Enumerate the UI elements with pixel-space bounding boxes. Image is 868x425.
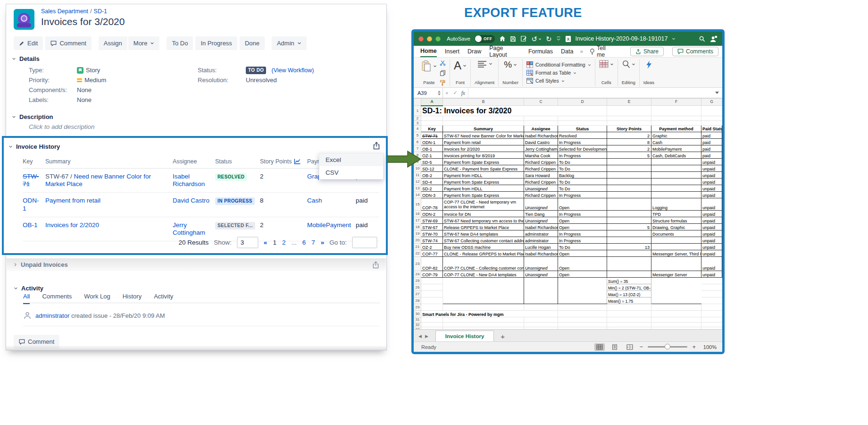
row-header-22[interactable]: 22 [414, 250, 421, 257]
data-cell[interactable]: unpaid [701, 192, 722, 198]
row-header-24[interactable]: 24 [414, 271, 421, 278]
data-cell[interactable]: 5 [607, 152, 651, 159]
empty-cell[interactable] [443, 284, 524, 291]
row-header-11[interactable]: 11 [414, 172, 421, 178]
empty-cell[interactable] [558, 311, 607, 317]
data-cell[interactable]: Invoice for DN [443, 211, 524, 217]
data-cell[interactable]: Open [558, 198, 607, 211]
data-cell[interactable]: Payment from Spate Express [443, 178, 524, 185]
empty-cell[interactable] [651, 291, 701, 298]
chevron-down-icon[interactable] [672, 37, 676, 41]
maximize-window-button[interactable] [435, 36, 441, 42]
data-cell[interactable] [651, 165, 701, 172]
empty-cell[interactable] [524, 317, 558, 322]
data-cell[interactable]: To Do [558, 244, 607, 250]
undo-button[interactable]: ↺ [531, 35, 542, 42]
data-cell[interactable]: COP-77 [421, 250, 443, 257]
empty-cell[interactable] [443, 291, 524, 298]
empty-cell[interactable] [421, 284, 443, 291]
data-cell[interactable]: 8 [607, 139, 651, 145]
data-cell[interactable]: Payment from retail [443, 139, 524, 145]
data-cell[interactable]: Payment from HDLL [443, 172, 524, 178]
empty-cell[interactable] [558, 322, 607, 327]
empty-cell[interactable] [421, 278, 443, 284]
empty-cell[interactable] [421, 116, 443, 121]
empty-cell[interactable] [701, 317, 722, 322]
page-break-view-button[interactable] [625, 343, 635, 351]
data-cell[interactable] [607, 198, 651, 211]
empty-cell[interactable] [701, 121, 722, 126]
formula-bar-expand-icon[interactable] [715, 92, 719, 94]
data-cell[interactable]: unpaid [701, 211, 722, 217]
home-icon[interactable] [499, 35, 506, 42]
table-header-cell[interactable]: Paid Status [701, 126, 722, 132]
row-header-26[interactable]: 26 [414, 284, 421, 291]
empty-cell[interactable] [443, 322, 524, 327]
payment-link[interactable]: MobilePayment [307, 221, 351, 229]
data-cell[interactable]: Jerry Cottingham [524, 145, 558, 152]
data-cell[interactable]: Documents [651, 230, 701, 237]
data-cell[interactable]: paid [701, 152, 722, 159]
data-cell[interactable]: COP-82 [421, 257, 443, 271]
data-cell[interactable]: Open [558, 257, 607, 271]
empty-cell[interactable] [651, 106, 701, 116]
formula-input[interactable] [468, 88, 712, 98]
data-cell[interactable]: Release GRPEPS to Market Place [443, 224, 524, 230]
data-cell[interactable]: adminstrator [524, 230, 558, 237]
data-cell[interactable]: Unassigned [524, 217, 558, 224]
empty-cell[interactable] [701, 278, 722, 284]
empty-cell[interactable] [701, 311, 722, 317]
empty-cell[interactable] [701, 291, 722, 298]
empty-cell[interactable] [651, 304, 701, 311]
data-cell[interactable]: unpaid [701, 165, 722, 172]
description-section-header[interactable]: Description [12, 113, 53, 120]
column-header-A[interactable]: A [421, 99, 443, 106]
copy-button[interactable] [440, 68, 446, 77]
empty-cell[interactable] [651, 317, 701, 322]
data-cell[interactable]: Open [558, 224, 607, 230]
data-cell[interactable]: CLONE - Release GRPEPS to Market Place [443, 250, 524, 257]
empty-cell[interactable] [558, 298, 607, 304]
data-cell[interactable]: OZ-1 [421, 152, 443, 159]
empty-cell[interactable] [558, 291, 607, 298]
data-cell[interactable]: OB-2 [421, 172, 443, 178]
empty-cell[interactable] [524, 284, 558, 291]
empty-cell[interactable] [701, 298, 722, 304]
dropdown-item-excel[interactable]: Excel [319, 153, 383, 166]
cells-group[interactable]: Cells [595, 59, 618, 86]
empty-cell[interactable] [558, 317, 607, 322]
data-cell[interactable]: In Progress [558, 237, 607, 244]
ideas-group[interactable]: Ideas [640, 59, 658, 86]
data-cell[interactable] [651, 178, 701, 185]
excel-grid-table[interactable]: ABCDEFG1SD-1: Invoices for 3/2020234KeyS… [414, 98, 722, 329]
stat-cell[interactable]: Max() = 13 (OZ-2) [607, 291, 651, 298]
page-layout-view-button[interactable] [609, 343, 620, 351]
data-cell[interactable]: TPD [651, 211, 701, 217]
number-group[interactable]: % Number [499, 59, 523, 86]
data-cell[interactable]: Messenger Server [651, 271, 701, 278]
ribbon-display-icon[interactable] [556, 36, 561, 42]
data-cell[interactable]: Richard Crippen [524, 165, 558, 172]
next-sheet-button[interactable]: ▶ [425, 334, 428, 339]
data-cell[interactable] [651, 257, 701, 271]
data-cell[interactable]: Unassigned [524, 271, 558, 278]
data-cell[interactable]: OB-1 [421, 145, 443, 152]
toolbar-more-button[interactable]: More [128, 36, 160, 50]
data-cell[interactable]: Open [558, 217, 607, 224]
data-cell[interactable]: Lucille Hogan [524, 244, 558, 250]
empty-cell[interactable] [558, 278, 607, 284]
empty-cell[interactable] [421, 291, 443, 298]
data-cell[interactable]: STW-67 [421, 224, 443, 230]
data-cell[interactable]: Sara Howard [524, 172, 558, 178]
dropdown-item-csv[interactable]: CSV [319, 166, 383, 179]
sheet-title-cell[interactable]: SD-1: Invoices for 3/2020 [421, 106, 558, 116]
data-cell[interactable] [607, 257, 651, 271]
toolbar-edit-button[interactable]: Edit [14, 36, 43, 50]
export-button[interactable] [373, 141, 380, 150]
activity-section-header[interactable]: Activity [14, 285, 43, 292]
data-cell[interactable]: Invoices printing for 8/2019 [443, 152, 524, 159]
data-cell[interactable]: paid [701, 139, 722, 145]
data-cell[interactable]: In Progress [558, 139, 607, 145]
breadcrumb-issue-link[interactable]: SD-1 [94, 8, 107, 15]
sheet-tab-invoice-history[interactable]: Invoice History [435, 331, 494, 341]
